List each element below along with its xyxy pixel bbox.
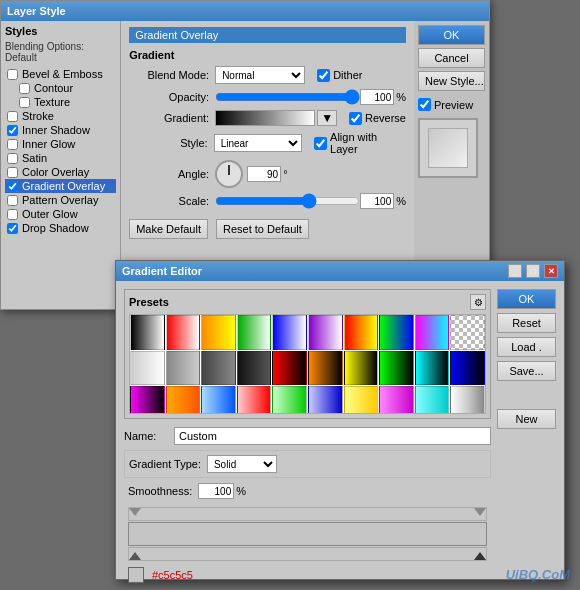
gradient-dropdown-btn[interactable]: ▼ — [317, 110, 337, 126]
preset-3[interactable] — [201, 315, 236, 350]
gradient-overlay-checkbox[interactable] — [7, 181, 18, 192]
presets-title-row: Presets ⚙ — [129, 294, 486, 310]
preset-29[interactable] — [415, 386, 450, 414]
sidebar-item-satin[interactable]: Satin — [5, 151, 116, 165]
opacity-stop-left[interactable] — [129, 508, 141, 516]
color-overlay-checkbox[interactable] — [7, 167, 18, 178]
color-stop-left-indicator[interactable] — [129, 552, 141, 560]
preset-8[interactable] — [379, 315, 414, 350]
make-default-button[interactable]: Make Default — [129, 219, 208, 239]
blend-mode-select[interactable]: Normal — [215, 66, 305, 84]
preset-11[interactable] — [130, 351, 165, 386]
sidebar-item-color-overlay[interactable]: Color Overlay — [5, 165, 116, 179]
inner-glow-checkbox[interactable] — [7, 139, 18, 150]
dither-checkbox[interactable] — [317, 69, 330, 82]
preset-30[interactable] — [450, 386, 485, 414]
angle-input[interactable] — [247, 166, 281, 182]
maximize-icon[interactable]: □ — [526, 264, 540, 278]
sidebar-item-contour[interactable]: Contour — [5, 81, 116, 95]
ge-reset-button[interactable]: Reset — [497, 313, 556, 333]
reverse-checkbox[interactable] — [349, 112, 362, 125]
sidebar-item-inner-glow[interactable]: Inner Glow — [5, 137, 116, 151]
sidebar-item-drop-shadow[interactable]: Drop Shadow — [5, 221, 116, 235]
style-select[interactable]: Linear — [214, 134, 302, 152]
reset-to-default-button[interactable]: Reset to Default — [216, 219, 309, 239]
preset-4[interactable] — [237, 315, 272, 350]
preset-28[interactable] — [379, 386, 414, 414]
ok-button[interactable]: OK — [418, 25, 485, 45]
drop-shadow-checkbox[interactable] — [7, 223, 18, 234]
color-stops-bar[interactable] — [128, 547, 487, 561]
sidebar-item-inner-shadow[interactable]: Inner Shadow — [5, 123, 116, 137]
gradient-swatch[interactable] — [215, 110, 315, 126]
preset-15[interactable] — [272, 351, 307, 386]
gear-button[interactable]: ⚙ — [470, 294, 486, 310]
outer-glow-checkbox[interactable] — [7, 209, 18, 220]
scale-input[interactable] — [360, 193, 394, 209]
ge-ok-button[interactable]: OK — [497, 289, 556, 309]
sidebar-item-gradient-overlay[interactable]: Gradient Overlay — [5, 179, 116, 193]
gradient-bar[interactable] — [128, 522, 487, 546]
angle-circle[interactable] — [215, 160, 243, 188]
cancel-button[interactable]: Cancel — [418, 48, 485, 68]
smoothness-input[interactable] — [198, 483, 234, 499]
blend-mode-label: Blend Mode: — [129, 69, 209, 81]
drop-shadow-label: Drop Shadow — [22, 222, 89, 234]
sidebar-item-outer-glow[interactable]: Outer Glow — [5, 207, 116, 221]
preset-2[interactable] — [166, 315, 201, 350]
sidebar-item-texture[interactable]: Texture — [5, 95, 116, 109]
contour-checkbox[interactable] — [19, 83, 30, 94]
preset-5[interactable] — [272, 315, 307, 350]
preview-checkbox[interactable] — [418, 98, 431, 111]
satin-checkbox[interactable] — [7, 153, 18, 164]
preset-26[interactable] — [308, 386, 343, 414]
opacity-input[interactable] — [360, 89, 394, 105]
preset-27[interactable] — [344, 386, 379, 414]
preset-9[interactable] — [415, 315, 450, 350]
minimize-icon[interactable]: _ — [508, 264, 522, 278]
preset-19[interactable] — [415, 351, 450, 386]
preset-13[interactable] — [201, 351, 236, 386]
color-stop-right-indicator[interactable] — [474, 552, 486, 560]
preset-23[interactable] — [201, 386, 236, 414]
opacity-stops-bar[interactable] — [128, 507, 487, 521]
sidebar-item-pattern-overlay[interactable]: Pattern Overlay — [5, 193, 116, 207]
name-input[interactable] — [174, 427, 491, 445]
align-checkbox[interactable] — [314, 137, 327, 150]
opacity-slider[interactable] — [215, 91, 360, 103]
preset-22[interactable] — [166, 386, 201, 414]
new-style-button[interactable]: New Style... — [418, 71, 485, 91]
ge-save-button[interactable]: Save... — [497, 361, 556, 381]
bevel-checkbox[interactable] — [7, 69, 18, 80]
preset-14[interactable] — [237, 351, 272, 386]
preset-24[interactable] — [237, 386, 272, 414]
inner-shadow-checkbox[interactable] — [7, 125, 18, 136]
ge-load-button[interactable]: Load . — [497, 337, 556, 357]
opacity-stop-right[interactable] — [474, 508, 486, 516]
preset-6[interactable] — [308, 315, 343, 350]
inner-glow-label: Inner Glow — [22, 138, 75, 150]
close-icon[interactable]: ✕ — [544, 264, 558, 278]
preset-25[interactable] — [272, 386, 307, 414]
preset-17[interactable] — [344, 351, 379, 386]
sidebar-item-bevel[interactable]: Bevel & Emboss — [5, 67, 116, 81]
preset-16[interactable] — [308, 351, 343, 386]
preset-7[interactable] — [344, 315, 379, 350]
scale-slider[interactable] — [215, 195, 360, 207]
color-stop-swatch[interactable] — [128, 567, 144, 583]
preset-18[interactable] — [379, 351, 414, 386]
preset-20[interactable] — [450, 351, 485, 386]
align-label: Align with Layer — [330, 131, 406, 155]
titlebar-icons: _ □ ✕ — [508, 264, 558, 278]
texture-checkbox[interactable] — [19, 97, 30, 108]
ge-new-button[interactable]: New — [497, 409, 556, 429]
gradient-type-select[interactable]: Solid Noise — [207, 455, 277, 473]
pattern-overlay-checkbox[interactable] — [7, 195, 18, 206]
preset-10[interactable] — [450, 315, 485, 350]
preset-21[interactable] — [130, 386, 165, 414]
preset-1[interactable] — [130, 315, 165, 350]
stroke-checkbox[interactable] — [7, 111, 18, 122]
presets-title: Presets — [129, 296, 169, 308]
preset-12[interactable] — [166, 351, 201, 386]
sidebar-item-stroke[interactable]: Stroke — [5, 109, 116, 123]
